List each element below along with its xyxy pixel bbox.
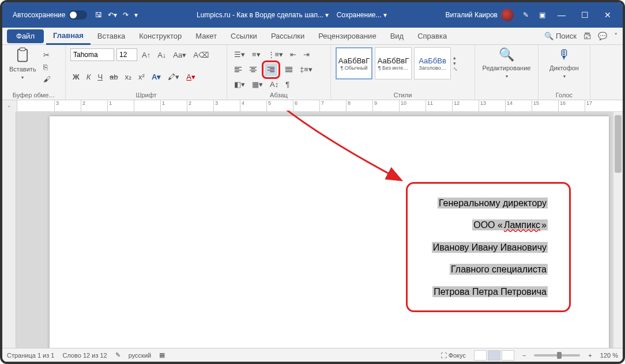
editing-button[interactable]: 🔍 Редактирование ▾ <box>480 47 533 79</box>
bullets-button[interactable]: ☰▾ <box>232 49 247 60</box>
style-heading1-label: Заголово… <box>419 65 446 71</box>
grow-font-button[interactable]: A↑ <box>140 50 153 60</box>
zoom-in-button[interactable]: + <box>588 352 592 359</box>
tab-references[interactable]: Ссылки <box>224 28 264 45</box>
search-box[interactable]: 🔍 Поиск <box>544 32 577 40</box>
tab-file[interactable]: Файл <box>7 29 44 43</box>
zoom-level[interactable]: 120 % <box>600 352 618 359</box>
show-marks-button[interactable]: ¶ <box>283 79 292 90</box>
window-restore-icon[interactable]: ▣ <box>539 11 545 19</box>
text-effects-button[interactable]: A▾ <box>149 71 163 82</box>
decrease-indent-button[interactable]: ⇤ <box>288 49 299 60</box>
minimize-button[interactable]: — <box>550 10 573 20</box>
strikethrough-button[interactable]: ab <box>107 71 120 82</box>
clipboard-group-label: Буфер обме… <box>7 92 61 100</box>
view-print-button[interactable] <box>488 350 500 361</box>
view-web-button[interactable] <box>502 350 514 361</box>
align-right-button[interactable] <box>265 63 277 76</box>
borders-button[interactable]: ▦▾ <box>250 79 265 90</box>
cut-icon[interactable]: ✂ <box>41 50 53 60</box>
status-bar: Страница 1 из 1 Слово 12 из 12 ✎ русский… <box>2 348 623 362</box>
styles-group-label: Стили <box>336 92 470 100</box>
font-size-combo[interactable]: 12 <box>116 48 137 61</box>
tab-view[interactable]: Вид <box>383 28 411 45</box>
collapse-ribbon-icon[interactable]: ˅ <box>614 32 618 40</box>
zoom-out-button[interactable]: − <box>522 352 526 359</box>
close-button[interactable]: ✕ <box>596 10 619 20</box>
format-painter-icon[interactable]: 🖌 <box>41 74 53 85</box>
tab-review[interactable]: Рецензирование <box>311 28 383 45</box>
ruler-corner: ⌐ <box>2 100 17 112</box>
ribbon: Вставить ▾ ✂ ⎘ 🖌 Буфер обме… Tahoma 12 A… <box>2 45 623 100</box>
align-left-button[interactable] <box>232 63 244 76</box>
font-name-combo[interactable]: Tahoma <box>70 48 114 61</box>
avatar[interactable] <box>501 9 514 21</box>
multilevel-list-button[interactable]: ⋮≡▾ <box>265 49 286 60</box>
style-no-spacing-label: ¶ Без инте… <box>378 65 409 71</box>
copy-icon[interactable]: ⎘ <box>41 62 53 73</box>
clear-formatting-button[interactable]: A⌫ <box>191 50 211 60</box>
line-spacing-button[interactable]: ‡≡▾ <box>298 64 315 75</box>
editing-label: Редактирование <box>483 65 531 71</box>
font-group-label: Шрифт <box>70 92 222 100</box>
status-words[interactable]: Слово 12 из 12 <box>62 352 107 359</box>
horizontal-ruler[interactable]: ⌐ 3 2 1 1 2 3 4 5 6 7 8 9 10 11 12 13 14… <box>2 100 623 112</box>
tab-mailings[interactable]: Рассылки <box>264 28 311 45</box>
highlight-button[interactable]: 🖍▾ <box>165 71 182 82</box>
view-read-button[interactable] <box>474 350 487 361</box>
search-placeholder: Поиск <box>556 32 577 40</box>
tools-icon[interactable]: ✎ <box>523 11 529 19</box>
paste-button[interactable]: Вставить ▾ <box>7 47 39 80</box>
save-icon[interactable]: 🖫 <box>95 11 102 19</box>
share-button[interactable]: 🖆 <box>583 32 591 40</box>
style-no-spacing[interactable]: АаБбВвГ ¶ Без инте… <box>375 47 412 79</box>
align-justify-button[interactable] <box>283 63 295 76</box>
subscript-button[interactable]: x₂ <box>123 71 134 82</box>
status-macro-icon[interactable]: ▦ <box>159 351 165 359</box>
tab-home[interactable]: Главная <box>46 28 91 45</box>
autosave-label: Автосохранение <box>13 11 65 19</box>
search-icon: 🔍 <box>544 32 554 40</box>
styles-expand[interactable]: ▴▾⤡ <box>453 55 458 72</box>
underline-button[interactable]: Ч <box>95 71 105 82</box>
increase-indent-button[interactable]: ⇥ <box>301 49 312 60</box>
microphone-icon: 🎙 <box>558 47 571 62</box>
align-right-highlight <box>262 60 280 79</box>
status-page[interactable]: Страница 1 из 1 <box>7 352 54 359</box>
redo-icon[interactable]: ↷ <box>123 11 129 19</box>
tab-help[interactable]: Справка <box>411 28 454 45</box>
status-language[interactable]: русский <box>129 352 151 359</box>
undo-icon[interactable]: ↶▾ <box>108 11 117 19</box>
align-center-button[interactable] <box>247 63 259 76</box>
status-focus[interactable]: ⛶ Фокус <box>440 352 466 359</box>
tab-design[interactable]: Конструктор <box>132 28 189 45</box>
bold-button[interactable]: Ж <box>70 71 82 82</box>
style-normal-label: ¶ Обычный <box>340 65 367 71</box>
maximize-button[interactable]: ☐ <box>573 10 596 20</box>
style-heading1[interactable]: АаБбВв Заголово… <box>414 47 451 79</box>
shrink-font-button[interactable]: A↓ <box>155 50 168 60</box>
sort-button[interactable]: A↕ <box>268 79 281 90</box>
zoom-slider[interactable] <box>534 354 580 357</box>
vertical-ruler[interactable] <box>2 112 16 348</box>
comments-button[interactable]: 💬 <box>598 32 607 40</box>
tab-insert[interactable]: Вставка <box>91 28 132 45</box>
shading-button[interactable]: ◧▾ <box>232 79 247 90</box>
change-case-button[interactable]: Aa▾ <box>171 50 189 60</box>
paste-label: Вставить <box>9 66 36 73</box>
vertical-scrollbar[interactable] <box>613 112 623 348</box>
dictate-label: Диктофон <box>549 65 579 71</box>
dictate-button[interactable]: 🎙 Диктофон ▾ <box>543 47 585 79</box>
autosave-toggle[interactable] <box>69 10 87 20</box>
numbering-button[interactable]: ≡▾ <box>250 49 263 60</box>
tab-layout[interactable]: Макет <box>189 28 224 45</box>
superscript-button[interactable]: x² <box>136 71 147 82</box>
style-normal[interactable]: АаБбВвГ ¶ Обычный <box>336 47 372 79</box>
title-bar: Автосохранение 🖫 ↶▾ ↷ ▾ Lumpics.ru - Как… <box>2 2 623 28</box>
italic-button[interactable]: К <box>84 71 93 82</box>
scroll-thumb[interactable] <box>615 115 622 173</box>
document-title: Lumpics.ru - Как в Ворде сделать шап... … <box>197 11 329 19</box>
font-color-button[interactable]: A▾ <box>184 71 198 82</box>
paragraph-group-label: Абзац <box>232 92 326 100</box>
status-spellcheck-icon[interactable]: ✎ <box>115 351 121 359</box>
